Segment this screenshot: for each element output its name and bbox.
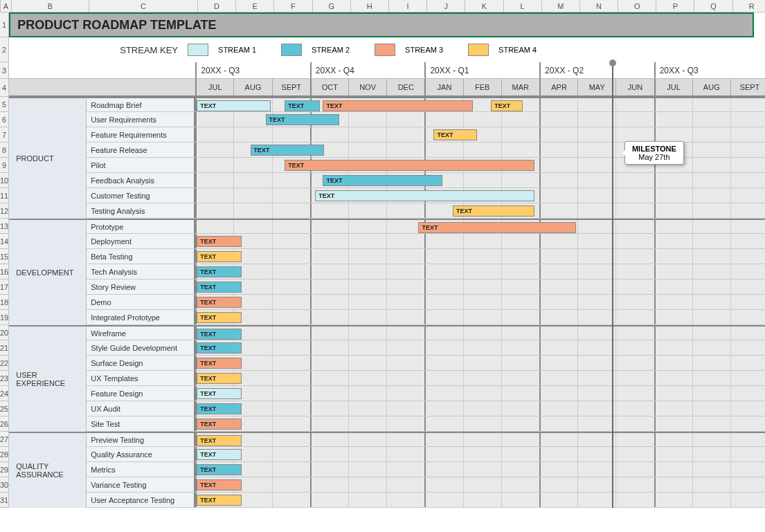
grid-cell[interactable] [195, 188, 233, 203]
grid-cell[interactable] [348, 264, 386, 279]
col-header-A[interactable]: A [1, 0, 12, 12]
grid-cell[interactable] [272, 493, 310, 507]
col-header-M[interactable]: M [542, 0, 580, 12]
grid-cell[interactable] [654, 112, 692, 127]
grid-cell[interactable] [424, 356, 462, 370]
grid-cell[interactable] [577, 462, 615, 477]
grid-cell[interactable] [272, 234, 310, 248]
grid-cell[interactable] [310, 416, 348, 431]
grid-cell[interactable] [463, 234, 501, 248]
grid-cell[interactable] [501, 173, 539, 187]
grid-cell[interactable] [424, 416, 462, 431]
task-row[interactable]: Quality AssuranceTEXT [9, 447, 765, 462]
grid-cell[interactable] [654, 371, 692, 385]
grid-cell[interactable] [692, 371, 730, 385]
grid-cell[interactable] [615, 173, 654, 187]
grid-cell[interactable] [615, 433, 654, 446]
grid-cell[interactable] [501, 127, 539, 142]
grid-cell[interactable] [730, 143, 765, 157]
task-row[interactable]: WireframeTEXT [9, 325, 765, 340]
gantt-bar[interactable]: TEXT [197, 449, 242, 460]
grid-cell[interactable] [386, 447, 424, 461]
grid-cell[interactable] [577, 493, 615, 507]
grid-cell[interactable] [424, 401, 462, 416]
grid-cell[interactable] [272, 264, 310, 279]
gantt-bar[interactable]: TEXT [418, 222, 576, 233]
grid-cell[interactable] [424, 279, 462, 294]
grid-cell[interactable] [501, 356, 539, 370]
grid-cell[interactable] [272, 310, 310, 324]
grid-cell[interactable] [577, 203, 615, 218]
grid-cell[interactable] [463, 295, 501, 309]
grid-cell[interactable] [310, 234, 348, 248]
grid-cell[interactable] [730, 203, 765, 218]
grid-cell[interactable] [463, 447, 501, 461]
row-header-12[interactable]: 12 [0, 203, 9, 219]
grid-cell[interactable] [501, 462, 539, 477]
grid-cell[interactable] [310, 264, 348, 279]
gantt-bar[interactable]: TEXT [197, 419, 242, 430]
grid-cell[interactable] [463, 433, 501, 446]
col-header-D[interactable]: D [198, 0, 236, 12]
row-header-14[interactable]: 14 [0, 234, 9, 249]
grid-cell[interactable] [348, 477, 386, 492]
grid-cell[interactable] [692, 340, 730, 355]
grid-cell[interactable] [730, 173, 765, 187]
grid-cell[interactable] [386, 416, 424, 431]
grid-cell[interactable] [386, 340, 424, 355]
col-header-K[interactable]: K [465, 0, 503, 12]
grid-cell[interactable] [730, 356, 765, 370]
grid-cell[interactable] [577, 234, 615, 248]
grid-cell[interactable] [195, 220, 233, 233]
grid-cell[interactable] [272, 433, 310, 446]
grid-cell[interactable] [539, 234, 577, 248]
grid-cell[interactable] [730, 112, 765, 127]
grid-cell[interactable] [654, 173, 692, 187]
grid-cell[interactable] [577, 127, 615, 142]
grid-cell[interactable] [424, 327, 462, 340]
task-row[interactable]: Beta TestingTEXT [9, 249, 765, 264]
grid-cell[interactable] [577, 143, 615, 157]
grid-cell[interactable] [539, 249, 577, 264]
grid-cell[interactable] [310, 433, 348, 446]
grid-cell[interactable] [233, 220, 271, 233]
grid-cell[interactable] [692, 143, 730, 157]
row-header-6[interactable]: 6 [0, 112, 9, 127]
grid-cell[interactable] [386, 371, 424, 385]
grid-cell[interactable] [730, 188, 765, 203]
grid-cell[interactable] [463, 264, 501, 279]
grid-cell[interactable] [348, 279, 386, 294]
grid-cell[interactable] [692, 433, 730, 446]
grid-cell[interactable] [730, 127, 765, 142]
grid-cell[interactable] [424, 386, 462, 401]
col-header-E[interactable]: E [236, 0, 274, 12]
grid-cell[interactable] [615, 295, 654, 309]
sheet-content[interactable]: PRODUCT ROADMAP TEMPLATESTREAM KEYSTREAM… [9, 12, 765, 508]
grid-cell[interactable] [310, 386, 348, 401]
grid-cell[interactable] [730, 401, 765, 416]
col-header-H[interactable]: H [351, 0, 389, 12]
grid-cell[interactable] [195, 127, 233, 142]
grid-cell[interactable] [692, 112, 730, 127]
grid-cell[interactable] [577, 386, 615, 401]
grid-cell[interactable] [615, 188, 654, 203]
col-header-J[interactable]: J [427, 0, 465, 12]
grid-cell[interactable] [577, 327, 615, 340]
col-header-N[interactable]: N [580, 0, 618, 12]
grid-cell[interactable] [692, 327, 730, 340]
task-row[interactable]: Feature DesignTEXT [9, 386, 765, 401]
grid-cell[interactable] [195, 143, 233, 157]
grid-cell[interactable] [615, 112, 654, 127]
row-header-26[interactable]: 26 [0, 416, 9, 432]
grid-cell[interactable] [272, 416, 310, 431]
grid-cell[interactable] [348, 493, 386, 507]
grid-cell[interactable] [577, 447, 615, 461]
grid-cell[interactable] [272, 203, 310, 218]
grid-cell[interactable] [424, 310, 462, 324]
task-row[interactable]: QUALITY ASSURANCEMetricsTEXT [9, 462, 765, 477]
grid-cell[interactable] [424, 371, 462, 385]
grid-cell[interactable] [615, 98, 654, 111]
grid-cell[interactable] [386, 295, 424, 309]
grid-cell[interactable] [348, 386, 386, 401]
grid-cell[interactable] [654, 327, 692, 340]
